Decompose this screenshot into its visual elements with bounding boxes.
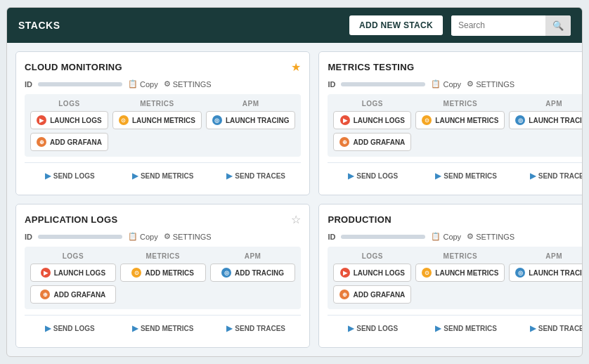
apm-col: APM ◎ LAUNCH TRACING: [509, 252, 583, 304]
apm-icon: ◎: [515, 115, 525, 125]
grafana-icon: ⊕: [37, 137, 46, 147]
metrics-col: METRICS ⊙ LAUNCH METRICS: [415, 252, 505, 304]
stack-id-row: ID 📋 Copy ⚙ SETTINGS: [25, 232, 301, 241]
stack-id-row: ID 📋 Copy ⚙ SETTINGS: [328, 232, 583, 241]
send-logs-icon: ▶: [45, 171, 51, 181]
logs-col: LOGS ▶ LAUNCH LOGS ⊕ ADD GRAFANA: [333, 252, 411, 304]
search-icon-button[interactable]: 🔍: [545, 15, 571, 36]
copy-button[interactable]: 📋 Copy: [431, 232, 461, 241]
launch-metrics-button[interactable]: ⊙ LAUNCH METRICS: [415, 111, 505, 129]
send-metrics-button[interactable]: ▶ SEND METRICS: [421, 169, 511, 183]
send-logs-button[interactable]: ▶ SEND LOGS: [328, 169, 418, 183]
stack-card-metrics-testing: METRICS TESTING ☆ ID 📋 Copy ⚙ SETTINGS L…: [318, 51, 583, 195]
send-traces-button[interactable]: ▶ SEND TRACES: [211, 321, 301, 336]
settings-button[interactable]: ⚙ SETTINGS: [467, 79, 514, 89]
stack-header: APPLICATION LOGS ☆: [25, 213, 301, 226]
send-row: ▶ SEND LOGS ▶ SEND METRICS ▶ SEND TRACES: [25, 162, 301, 183]
add-new-stack-button[interactable]: ADD NEW STACK: [349, 15, 443, 35]
send-metrics-button[interactable]: ▶ SEND METRICS: [117, 321, 207, 336]
send-metrics-button[interactable]: ▶ SEND METRICS: [421, 321, 511, 336]
grafana-icon: ⊕: [339, 137, 349, 147]
send-logs-button[interactable]: ▶ SEND LOGS: [25, 169, 115, 183]
header: STACKS ADD NEW STACK 🔍: [7, 8, 582, 43]
launch-tracing-button[interactable]: ◎ LAUNCH TRACING: [509, 264, 583, 282]
send-traces-button[interactable]: ▶ SEND TRACES: [211, 169, 301, 183]
send-traces-icon: ▶: [530, 324, 536, 333]
send-metrics-icon: ▶: [132, 324, 138, 333]
add-grafana-button[interactable]: ⊕ ADD GRAFANA: [333, 133, 411, 151]
add-grafana-button[interactable]: ⊕ ADD GRAFANA: [30, 133, 108, 151]
id-label: ID: [25, 233, 32, 241]
settings-icon: ⚙: [164, 232, 171, 241]
services-grid: LOGS ▶ LAUNCH LOGS ⊕ ADD GRAFANA METRICS…: [328, 247, 583, 309]
header-title: STACKS: [18, 20, 341, 31]
settings-button[interactable]: ⚙ SETTINGS: [164, 232, 212, 241]
stack-id-row: ID 📋 Copy ⚙ SETTINGS: [25, 79, 301, 89]
services-grid: LOGS ▶ LAUNCH LOGS ⊕ ADD GRAFANA METRICS…: [328, 94, 583, 157]
metrics-icon: ⊙: [422, 268, 432, 278]
stacks-grid: CLOUD MONITORING ★ ID 📋 Copy ⚙ SETTINGS …: [7, 43, 582, 356]
star-icon-empty[interactable]: ☆: [291, 213, 301, 226]
launch-logs-button[interactable]: ▶ LAUNCH LOGS: [30, 111, 108, 129]
metrics-title: METRICS: [444, 252, 478, 260]
copy-button[interactable]: 📋 Copy: [431, 79, 461, 89]
launch-metrics-button[interactable]: ⊙ LAUNCH METRICS: [415, 264, 505, 282]
launch-logs-button[interactable]: ▶ LAUNCH LOGS: [333, 111, 411, 129]
metrics-title: METRICS: [140, 100, 174, 108]
launch-metrics-button[interactable]: ⊙ LAUNCH METRICS: [112, 111, 202, 129]
metrics-col: METRICS ⊙ LAUNCH METRICS: [112, 100, 202, 151]
logs-col: LOGS ▶ LAUNCH LOGS ⊕ ADD GRAFANA: [30, 252, 116, 304]
send-traces-icon: ▶: [226, 324, 232, 333]
services-grid: LOGS ▶ LAUNCH LOGS ⊕ ADD GRAFANA METRICS…: [25, 94, 301, 157]
copy-icon: 📋: [128, 232, 138, 241]
send-logs-button[interactable]: ▶ SEND LOGS: [25, 321, 115, 336]
stack-name: METRICS TESTING: [328, 62, 414, 72]
add-grafana-button[interactable]: ⊕ ADD GRAFANA: [30, 285, 116, 304]
copy-icon: 📋: [431, 232, 441, 241]
copy-button[interactable]: 📋 Copy: [128, 232, 158, 241]
apm-col: APM ◎ LAUNCH TRACING: [206, 100, 296, 151]
stack-header: METRICS TESTING ☆: [328, 60, 583, 74]
logs-icon: ▶: [41, 268, 51, 278]
star-icon-filled[interactable]: ★: [291, 60, 301, 74]
send-metrics-button[interactable]: ▶ SEND METRICS: [117, 169, 207, 183]
metrics-icon: ⊙: [131, 268, 141, 278]
launch-logs-button[interactable]: ▶ LAUNCH LOGS: [30, 264, 116, 282]
launch-tracing-button[interactable]: ◎ LAUNCH TRACING: [206, 111, 296, 129]
settings-button[interactable]: ⚙ SETTINGS: [164, 79, 212, 89]
send-row: ▶ SEND LOGS ▶ SEND METRICS ▶ SEND TRACES: [328, 315, 583, 336]
id-bar: [341, 235, 425, 239]
logs-title: LOGS: [58, 100, 79, 108]
stack-name: CLOUD MONITORING: [25, 62, 122, 72]
send-metrics-icon: ▶: [435, 324, 441, 333]
metrics-title: METRICS: [145, 252, 180, 260]
copy-icon: 📋: [431, 79, 441, 89]
id-label: ID: [328, 233, 335, 241]
logs-title: LOGS: [362, 252, 383, 260]
stack-name: APPLICATION LOGS: [25, 214, 117, 225]
send-traces-button[interactable]: ▶ SEND TRACES: [514, 321, 583, 336]
logs-icon: ▶: [37, 115, 46, 125]
launch-logs-button[interactable]: ▶ LAUNCH LOGS: [333, 264, 411, 282]
send-row: ▶ SEND LOGS ▶ SEND METRICS ▶ SEND TRACES: [328, 162, 583, 183]
logs-icon: ▶: [340, 268, 350, 278]
settings-icon: ⚙: [467, 232, 474, 241]
logs-col: LOGS ▶ LAUNCH LOGS ⊕ ADD GRAFANA: [30, 100, 108, 151]
id-label: ID: [328, 80, 335, 89]
apm-title: APM: [242, 100, 259, 108]
send-traces-icon: ▶: [226, 171, 232, 181]
send-traces-button[interactable]: ▶ SEND TRACES: [514, 169, 583, 183]
logs-icon: ▶: [340, 115, 350, 125]
search-input[interactable]: [451, 15, 545, 35]
send-logs-button[interactable]: ▶ SEND LOGS: [328, 321, 418, 336]
copy-button[interactable]: 📋 Copy: [128, 79, 158, 89]
id-bar: [38, 82, 122, 86]
settings-button[interactable]: ⚙ SETTINGS: [467, 232, 514, 241]
add-metrics-button[interactable]: ⊙ ADD METRICS: [120, 264, 206, 282]
metrics-col: METRICS ⊙ LAUNCH METRICS: [415, 100, 505, 151]
stack-card-application-logs: APPLICATION LOGS ☆ ID 📋 Copy ⚙ SETTINGS …: [15, 204, 310, 348]
metrics-icon: ⊙: [119, 115, 129, 125]
add-grafana-button[interactable]: ⊕ ADD GRAFANA: [333, 285, 411, 304]
add-tracing-button[interactable]: ◎ ADD TRACING: [210, 264, 296, 282]
launch-tracing-button[interactable]: ◎ LAUNCH TRACING: [509, 111, 583, 129]
